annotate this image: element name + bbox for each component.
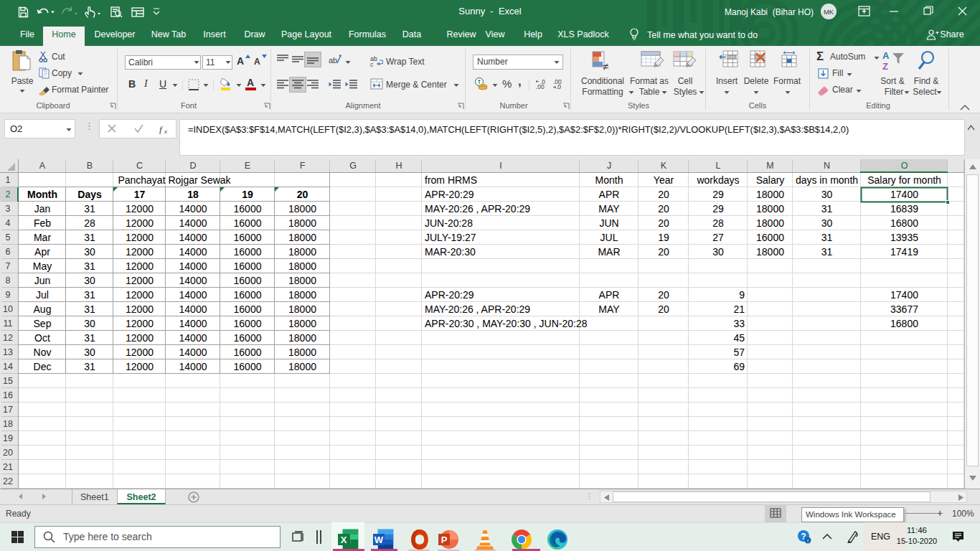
svg-text:ab: ab <box>329 56 337 65</box>
svg-text:.0: .0 <box>540 79 545 85</box>
svg-text:f: f <box>159 124 164 134</box>
svg-text:X: X <box>341 534 347 545</box>
svg-text:c: c <box>370 61 374 67</box>
svg-text:W: W <box>374 534 384 545</box>
svg-text:x: x <box>164 128 167 134</box>
svg-text:Z: Z <box>882 61 888 72</box>
svg-text:≠: ≠ <box>603 60 608 72</box>
svg-text:A: A <box>882 50 890 61</box>
svg-text:P: P <box>441 534 448 545</box>
